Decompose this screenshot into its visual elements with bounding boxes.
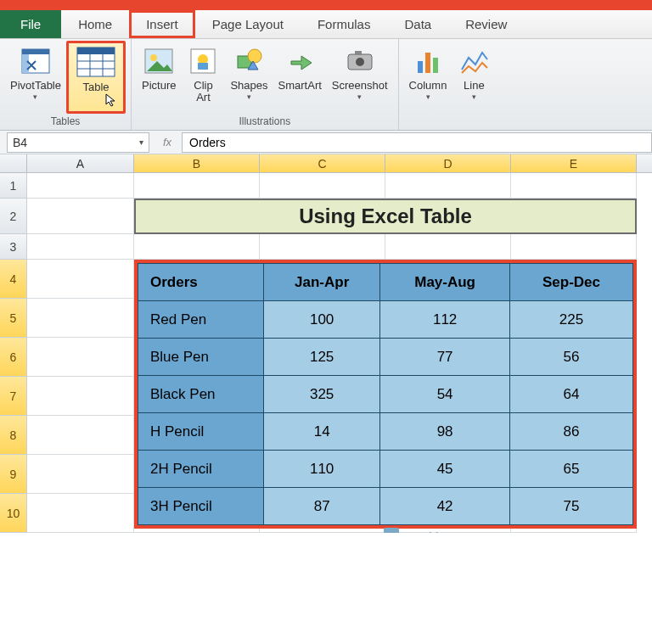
row-header-8[interactable]: 8 [0,416,27,455]
cell[interactable] [27,455,134,494]
table-button[interactable]: Table [66,41,126,114]
table-cell[interactable]: 77 [380,339,510,376]
line-chart-label: Line [464,80,485,92]
table-cell[interactable]: 14 [264,413,380,451]
row-header-6[interactable]: 6 [0,338,27,377]
cell[interactable] [27,494,134,533]
table-cell[interactable]: 64 [509,376,632,413]
smartart-button[interactable]: SmartArt [273,41,327,114]
table-cell[interactable]: 325 [264,376,380,413]
table-cell[interactable]: 2H Pencil [138,451,264,488]
cell[interactable] [27,338,134,377]
table-cell[interactable]: 45 [380,451,510,488]
table-cell[interactable]: Red Pen [138,301,264,339]
table-cell[interactable]: 65 [509,451,632,488]
cell[interactable] [385,234,511,260]
row-header-7[interactable]: 7 [0,377,27,416]
tab-page-layout[interactable]: Page Layout [195,10,301,38]
clipart-icon [186,44,220,78]
sheet-title[interactable]: Using Excel Table [134,199,637,234]
cell[interactable] [134,173,260,199]
formula-bar: B4 ▾ fx Orders [0,131,652,154]
dropdown-arrow-icon: ▾ [472,92,476,101]
row-header-1[interactable]: 1 [0,173,27,199]
table-cell[interactable]: 75 [509,488,632,525]
table-cell[interactable]: 56 [509,339,632,376]
tab-review[interactable]: Review [448,10,524,38]
cell[interactable] [511,173,637,199]
formula-value: Orders [189,136,226,149]
name-box[interactable]: B4 ▾ [7,132,149,153]
tab-data[interactable]: Data [387,10,448,38]
table-cell[interactable]: Blue Pen [138,339,264,376]
col-header-c[interactable]: C [260,154,385,172]
group-illustrations-label: Illustrations [137,114,393,130]
cell[interactable] [27,416,134,455]
svg-rect-20 [425,53,430,73]
col-header-a[interactable]: A [27,154,134,172]
table-cell[interactable]: 100 [264,301,380,339]
table-header[interactable]: May-Aug [380,264,510,301]
dropdown-arrow-icon: ▾ [247,92,251,101]
screenshot-button[interactable]: Screenshot ▾ [327,41,393,114]
cell[interactable] [385,173,511,199]
table-cell[interactable]: H Pencil [138,413,264,451]
svg-rect-19 [418,61,423,73]
table-header-row: Orders Jan-Apr May-Aug Sep-Dec [138,264,633,301]
formula-input[interactable]: Orders [182,132,652,153]
table-cell[interactable]: 98 [380,413,510,451]
cell[interactable] [27,377,134,416]
table-cell[interactable]: 3H Pencil [138,488,264,525]
dropdown-arrow-icon: ▾ [33,92,37,101]
row-header-9[interactable]: 9 [0,455,27,494]
row-header-10[interactable]: 10 [0,494,27,533]
col-header-d[interactable]: D [385,154,511,172]
table-cell[interactable]: 225 [509,301,632,339]
table-cell[interactable]: Black Pen [138,376,264,413]
row-header-3[interactable]: 3 [0,234,27,260]
line-chart-button[interactable]: Line ▾ [452,41,496,126]
cell[interactable] [27,299,134,338]
clipart-button[interactable]: Clip Art [181,41,225,114]
shapes-button[interactable]: Shapes ▾ [225,41,273,114]
spreadsheet-grid[interactable]: 1 2 Using Excel Table 3 4 5 6 7 8 9 10 O… [0,173,652,533]
tab-formulas[interactable]: Formulas [301,10,388,38]
data-table[interactable]: Orders Jan-Apr May-Aug Sep-Dec Red Pen10… [134,260,637,529]
table-header[interactable]: Orders [138,264,264,301]
col-header-e[interactable]: E [511,154,637,172]
table-cell[interactable]: 125 [264,339,380,376]
row-header-2[interactable]: 2 [0,199,27,234]
cell[interactable] [260,234,385,260]
cell[interactable] [27,199,134,234]
picture-icon [142,44,176,78]
tab-home[interactable]: Home [61,10,129,38]
row-header-4[interactable]: 4 [0,260,27,299]
table-cell[interactable]: 87 [264,488,380,525]
table-header[interactable]: Jan-Apr [264,264,380,301]
table-cell[interactable]: 112 [380,301,510,339]
smartart-icon [283,44,317,78]
row-header-5[interactable]: 5 [0,299,27,338]
picture-button[interactable]: Picture [137,41,181,114]
cell[interactable] [260,173,385,199]
dropdown-arrow-icon: ▾ [357,92,362,101]
pivottable-button[interactable]: PivotTable ▾ [5,41,66,114]
svg-rect-1 [22,49,49,54]
table-cell[interactable]: 110 [264,451,380,488]
cell[interactable] [134,234,260,260]
select-all-corner[interactable] [0,154,27,172]
col-header-b[interactable]: B [134,154,260,172]
table-cell[interactable]: 54 [380,376,510,413]
column-chart-button[interactable]: Column ▾ [404,41,452,126]
cell[interactable] [27,260,134,299]
table-cell[interactable]: 42 [380,488,510,525]
cell[interactable] [511,234,637,260]
tab-file[interactable]: File [0,10,61,38]
table-header[interactable]: Sep-Dec [509,264,632,301]
cell[interactable] [27,173,134,199]
tab-insert[interactable]: Insert [129,10,195,38]
column-headers: A B C D E [0,154,652,173]
cell[interactable] [27,234,134,260]
svg-rect-18 [355,51,362,55]
table-cell[interactable]: 86 [509,413,632,451]
